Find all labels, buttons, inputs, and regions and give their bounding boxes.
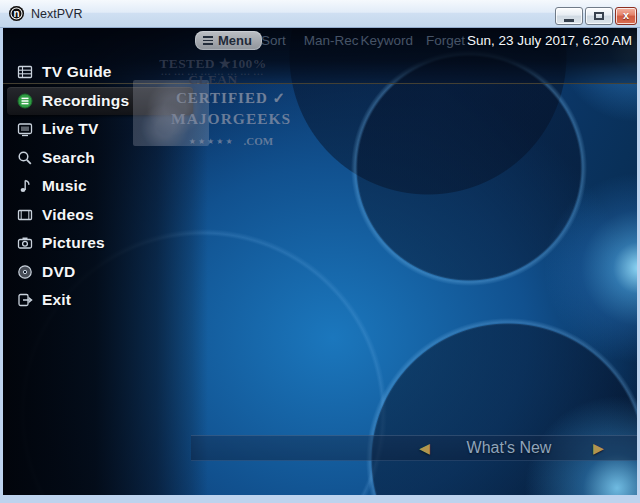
sidebar-item-music[interactable]: Music: [7, 172, 193, 201]
sidebar-item-dvd[interactable]: DVD: [7, 258, 193, 287]
menu-button[interactable]: Menu: [195, 31, 262, 50]
close-button[interactable]: x: [615, 7, 637, 25]
topbar-item-forget[interactable]: Forget: [426, 33, 465, 48]
minimize-icon: [564, 19, 574, 22]
sidebar-label: Exit: [42, 291, 71, 309]
sidebar-label: Live TV: [42, 120, 99, 138]
music-icon: [17, 178, 33, 194]
sidebar-label: Recordings: [42, 92, 129, 110]
close-icon: x: [616, 9, 636, 21]
recordings-icon: [17, 93, 33, 109]
videos-icon: [17, 207, 33, 223]
topbar-item-sort[interactable]: Sort: [261, 33, 286, 48]
app-logo-icon: n: [9, 6, 24, 21]
topbar-menu-items: Sort Man-Rec Keyword Forget: [261, 33, 465, 48]
sidebar-item-pictures[interactable]: Pictures: [7, 229, 193, 258]
topbar-item-man-rec[interactable]: Man-Rec: [304, 33, 359, 48]
sidebar-label: DVD: [42, 263, 75, 281]
sidebar-item-videos[interactable]: Videos: [7, 201, 193, 230]
pictures-icon: [17, 235, 33, 251]
minimize-button[interactable]: [555, 7, 583, 25]
carousel-bar: ◀ What's New ▶: [191, 435, 637, 461]
sidebar-item-search[interactable]: Search: [7, 144, 193, 173]
window-titlebar: n NextPVR x: [0, 0, 640, 28]
sidebar-label: TV Guide: [42, 63, 112, 81]
topbar-item-keyword[interactable]: Keyword: [361, 33, 414, 48]
sidebar-item-tv-guide[interactable]: TV Guide: [7, 58, 193, 87]
sidebar-item-exit[interactable]: Exit: [7, 286, 193, 315]
search-icon: [17, 150, 33, 166]
nextpvr-window: n NextPVR x Menu Sort Man-Rec Keyword Fo…: [0, 0, 640, 503]
maximize-button[interactable]: [585, 7, 613, 25]
sidebar-label: Videos: [42, 206, 94, 224]
dvd-icon: [17, 264, 33, 280]
carousel-next-icon[interactable]: ▶: [593, 440, 604, 456]
menu-button-label: Menu: [218, 33, 252, 48]
maximize-icon: [594, 12, 604, 20]
carousel-label-whats-new[interactable]: What's New: [424, 439, 594, 457]
sidebar-item-live-tv[interactable]: Live TV: [7, 115, 193, 144]
window-title: NextPVR: [31, 7, 82, 21]
sidebar-label: Search: [42, 149, 95, 167]
exit-icon: [17, 292, 33, 308]
tv-guide-icon: [17, 64, 33, 80]
content-area: Menu Sort Man-Rec Keyword Forget Sun, 23…: [3, 28, 637, 495]
sidebar-label: Music: [42, 177, 87, 195]
watermark-com: .COM: [244, 135, 274, 147]
main-menu: TV Guide Recordings Live TV: [7, 58, 193, 315]
sidebar-label: Pictures: [42, 234, 105, 252]
hamburger-icon: [203, 36, 213, 45]
current-datetime: Sun, 23 July 2017, 6:20 AM: [467, 33, 632, 48]
sidebar-item-recordings[interactable]: Recordings: [7, 87, 193, 116]
live-tv-icon: [17, 121, 33, 137]
